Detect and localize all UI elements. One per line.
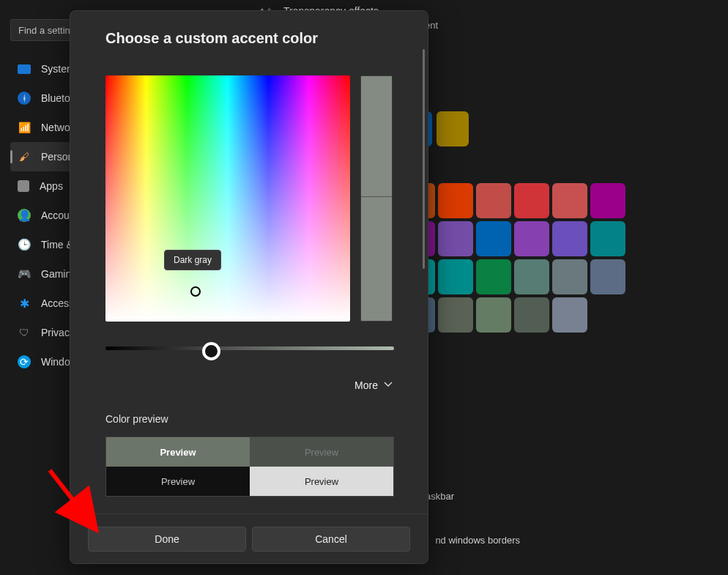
preview-tile-black: Preview	[106, 467, 250, 496]
color-swatch[interactable]	[552, 183, 587, 218]
color-swatch[interactable]	[438, 297, 473, 333]
color-swatch[interactable]	[476, 183, 511, 218]
dialog-footer: Done Cancel	[70, 513, 428, 563]
system-icon	[18, 64, 31, 74]
color-swatch[interactable]	[476, 297, 511, 333]
time-icon	[18, 238, 31, 251]
color-swatch[interactable]	[438, 183, 473, 218]
color-preview-label: Color preview	[105, 413, 393, 425]
dialog-body: Dark gray More Color preview Preview Pre…	[70, 61, 428, 512]
color-swatch[interactable]	[514, 221, 549, 256]
shield-icon: 🛡	[18, 326, 31, 339]
color-swatch[interactable]	[438, 221, 473, 256]
color-swatch[interactable]	[514, 183, 549, 218]
bluetooth-icon: ᚼ	[18, 92, 31, 105]
more-label: More	[354, 379, 378, 391]
taskbar-line-fragment: askbar	[426, 491, 454, 502]
value-bar[interactable]	[360, 75, 393, 322]
chevron-down-icon	[384, 379, 393, 391]
color-swatch[interactable]	[552, 259, 587, 294]
color-swatch[interactable]	[514, 297, 549, 333]
color-swatch[interactable]	[590, 221, 625, 256]
color-swatch[interactable]	[437, 111, 469, 146]
color-name-tooltip: Dark gray	[164, 250, 221, 270]
dialog-title: Choose a custom accent color	[70, 11, 428, 60]
borders-line-fragment: nd windows borders	[435, 535, 520, 546]
color-swatch[interactable]	[552, 297, 587, 333]
color-swatch[interactable]	[476, 221, 511, 256]
color-swatch[interactable]	[476, 259, 511, 294]
accounts-icon: 👤	[18, 209, 31, 222]
cancel-button[interactable]: Cancel	[252, 527, 410, 552]
search-placeholder: Find a setting	[18, 25, 75, 36]
sidebar-item-label: Apps	[40, 180, 63, 192]
gaming-icon	[18, 267, 31, 281]
color-gradient-canvas[interactable]: Dark gray	[105, 75, 350, 322]
more-expander[interactable]: More	[105, 379, 393, 391]
color-cursor[interactable]	[190, 286, 201, 297]
wifi-icon: 📶	[18, 121, 31, 134]
brush-icon: 🖌	[18, 150, 31, 163]
color-swatch[interactable]	[590, 183, 625, 218]
preview-tile-white: Preview	[250, 467, 393, 496]
color-swatch[interactable]	[438, 259, 473, 294]
color-swatch[interactable]	[552, 221, 587, 256]
slider-track	[105, 346, 394, 350]
color-swatch[interactable]	[590, 259, 625, 294]
apps-icon	[18, 180, 29, 192]
accessibility-icon: ✱	[18, 297, 31, 310]
slider-thumb[interactable]	[202, 342, 220, 360]
color-picker-dialog: Choose a custom accent color Dark gray M…	[70, 10, 428, 564]
value-slider[interactable]	[105, 346, 394, 350]
preview-tile-accent-light: Preview	[106, 437, 250, 467]
update-icon: ⟳	[18, 355, 31, 368]
done-button[interactable]: Done	[88, 527, 246, 552]
color-swatch[interactable]	[514, 259, 549, 294]
preview-tile-accent-dark: Preview	[250, 437, 393, 467]
accent-grid	[400, 183, 625, 333]
color-preview-grid: Preview Preview Preview Preview	[105, 437, 394, 497]
